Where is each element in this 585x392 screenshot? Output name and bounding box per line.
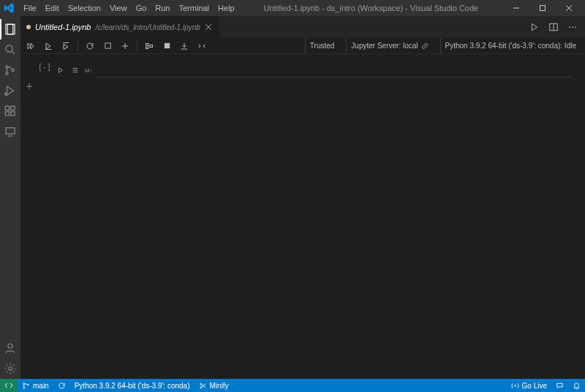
activity-extensions-icon[interactable]	[0, 101, 20, 121]
notebook-toolbar: Trusted Jupyter Server: local Python 3.9…	[20, 38, 585, 54]
editor-tab-actions	[522, 20, 585, 34]
status-minify[interactable]: Minify	[195, 382, 233, 390]
run-by-line-icon[interactable]	[70, 65, 80, 75]
svg-point-56	[514, 385, 516, 386]
status-feedback[interactable]	[551, 382, 568, 390]
activity-settings-icon[interactable]	[0, 358, 20, 379]
menu-run[interactable]: Run	[151, 0, 174, 16]
tab-sublabel: /c/learn/ds_intro/Untitled-1.ipynb	[95, 23, 200, 31]
menu-selection[interactable]: Selection	[64, 0, 105, 16]
svg-rect-4	[6, 24, 13, 34]
notebook-body: [-] M↓	[20, 54, 585, 379]
svg-rect-41	[164, 43, 169, 48]
svg-point-10	[12, 69, 14, 71]
notebook-cell: [-] M↓	[35, 61, 579, 78]
kernel-status[interactable]: Python 3.9.2 64-bit ('ds-3.9': conda): I…	[440, 38, 581, 54]
run-icon[interactable]	[528, 20, 541, 34]
run-cell-icon[interactable]	[56, 65, 66, 75]
notebook-status-right: Trusted Jupyter Server: local Python 3.9…	[305, 38, 581, 54]
toggle-output-icon[interactable]	[196, 40, 208, 52]
svg-marker-31	[46, 43, 50, 49]
svg-rect-16	[11, 106, 15, 110]
window-controls	[503, 0, 582, 16]
menu-go[interactable]: Go	[132, 0, 151, 16]
svg-rect-35	[105, 43, 110, 48]
run-above-icon[interactable]	[42, 40, 54, 52]
run-all-icon[interactable]	[25, 40, 37, 52]
svg-point-8	[6, 66, 8, 68]
export-icon[interactable]	[178, 40, 190, 52]
editor-tabs-row: Untitled-1.ipynb /c/learn/ds_intro/Untit…	[20, 16, 585, 38]
status-branch[interactable]: main	[18, 382, 53, 390]
split-editor-icon[interactable]	[547, 20, 560, 34]
remote-indicator[interactable]	[0, 379, 18, 392]
cell-execution-count: [-]	[35, 61, 51, 78]
add-cell-below-icon[interactable]	[25, 82, 37, 94]
menu-edit[interactable]: Edit	[41, 0, 64, 16]
status-sync[interactable]	[53, 382, 70, 390]
interrupt-kernel-icon[interactable]	[102, 40, 113, 52]
run-below-icon[interactable]	[60, 40, 72, 52]
svg-point-51	[27, 384, 29, 385]
svg-rect-38	[146, 43, 149, 45]
activity-remote-icon[interactable]	[0, 121, 20, 142]
minify-label: Minify	[210, 382, 229, 390]
menu-file[interactable]: File	[19, 0, 41, 16]
svg-line-54	[201, 384, 205, 388]
svg-line-7	[12, 51, 15, 54]
svg-point-28	[575, 26, 576, 28]
tab-close-icon[interactable]	[205, 23, 212, 31]
golive-label: Go Live	[522, 382, 547, 390]
svg-point-27	[572, 26, 573, 28]
svg-rect-13	[5, 106, 9, 110]
bell-icon	[573, 382, 581, 390]
status-bell[interactable]	[568, 382, 585, 390]
svg-point-20	[9, 367, 12, 371]
svg-marker-23	[532, 23, 537, 30]
app-root: File Edit Selection View Go Run Terminal…	[0, 0, 585, 392]
svg-line-55	[201, 383, 205, 387]
activity-scm-icon[interactable]	[0, 60, 20, 80]
trusted-status[interactable]: Trusted	[305, 38, 339, 54]
cell-type-label[interactable]: M↓	[85, 65, 93, 75]
status-interpreter[interactable]: Python 3.9.2 64-bit ('ds-3.9': conda)	[70, 382, 195, 390]
tab-label: Untitled-1.ipynb	[35, 23, 91, 31]
menu-help[interactable]: Help	[214, 0, 239, 16]
more-actions-icon[interactable]	[566, 20, 579, 34]
minimize-button[interactable]	[503, 0, 529, 16]
activity-search-icon[interactable]	[0, 39, 20, 60]
activity-explorer-icon[interactable]	[0, 19, 20, 39]
jupyter-server-status[interactable]: Jupyter Server: local	[346, 38, 432, 54]
maximize-button[interactable]	[529, 0, 556, 16]
scissors-icon	[199, 382, 207, 390]
menu-terminal[interactable]: Terminal	[175, 0, 214, 16]
svg-point-19	[8, 344, 12, 348]
svg-point-6	[6, 45, 12, 52]
branch-icon	[22, 382, 30, 390]
close-button[interactable]	[556, 0, 582, 16]
cell-input[interactable]	[97, 61, 573, 78]
activity-account-icon[interactable]	[0, 338, 20, 358]
svg-marker-29	[28, 43, 31, 49]
editor-tab[interactable]: Untitled-1.ipynb /c/learn/ds_intro/Untit…	[20, 16, 219, 38]
svg-rect-40	[150, 45, 153, 47]
svg-marker-43	[59, 68, 63, 73]
status-golive[interactable]: Go Live	[507, 382, 551, 390]
main-row: Untitled-1.ipynb /c/learn/ds_intro/Untit…	[0, 16, 585, 379]
svg-point-49	[23, 382, 25, 384]
restart-kernel-icon[interactable]	[84, 40, 96, 52]
link-icon	[421, 42, 429, 50]
broadcast-icon	[511, 382, 519, 390]
window-title: Untitled-1.ipynb - ds_intro (Workspace) …	[239, 4, 503, 12]
activity-run-icon[interactable]	[0, 80, 20, 101]
svg-point-52	[200, 383, 201, 385]
svg-point-26	[569, 26, 570, 28]
tab-dirty-indicator-icon	[26, 25, 31, 29]
sync-icon	[58, 382, 66, 390]
menu-view[interactable]: View	[105, 0, 132, 16]
save-icon[interactable]	[161, 40, 173, 52]
cell-run-icons: M↓	[56, 61, 93, 78]
add-cell-icon[interactable]	[119, 40, 131, 52]
variables-icon[interactable]	[143, 40, 155, 52]
svg-rect-1	[540, 6, 546, 11]
